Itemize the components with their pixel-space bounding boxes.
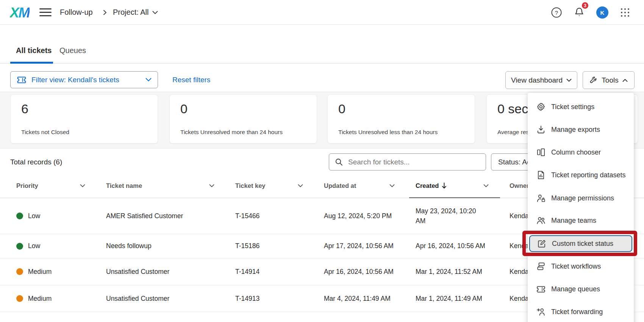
updated-at: Mar 4, 2024, 11:49 AM <box>324 295 391 303</box>
menu-item-label: Manage queues <box>551 285 600 293</box>
ticket-key: T-14914 <box>235 268 259 276</box>
chevron-down-icon[interactable] <box>298 184 303 188</box>
chevron-down-icon[interactable] <box>483 184 489 188</box>
ticket-name: Unsatisfied Customer <box>106 295 169 303</box>
ticket-name: Unsatisfied Customer <box>106 268 169 276</box>
breadcrumb-project-label: Project: All <box>113 8 148 17</box>
chevron-down-icon[interactable] <box>80 184 85 188</box>
menu-item-label: Ticket reporting datasets <box>551 171 625 179</box>
menu-item-ticket-forwarding[interactable]: Ticket forwarding <box>528 303 634 320</box>
priority-dot <box>16 268 23 275</box>
active-tab-underline <box>10 62 53 64</box>
priority-label: Medium <box>28 268 52 276</box>
chevron-down-icon <box>152 11 158 14</box>
column-label: Priority <box>16 182 38 189</box>
created-at: May 23, 2024, 10:20 AM <box>416 206 480 226</box>
priority-dot <box>16 213 23 219</box>
priority-dot <box>16 295 23 302</box>
column-label: Created <box>416 182 439 189</box>
menu-item-ticket-settings[interactable]: Ticket settings <box>528 98 634 115</box>
menu-item-manage-exports[interactable]: Manage exports <box>528 121 634 138</box>
priority-dot <box>16 243 23 250</box>
stat-value: 6 <box>21 102 147 116</box>
column-label: Ticket name <box>106 182 142 189</box>
tab-all-tickets[interactable]: All tickets <box>16 39 52 62</box>
svg-text:?: ? <box>555 9 558 16</box>
stat-card-unresolved-less-24h: 0 Tickets Unresolved less than 24 hours <box>327 94 475 144</box>
menu-item-label: Custom ticket status <box>552 240 613 248</box>
menu-item-column-chooser[interactable]: Column chooser <box>528 144 634 161</box>
ticket-name: AMER Satisfied Customer <box>106 212 183 220</box>
avatar[interactable]: K <box>596 6 608 19</box>
updated-at: Apr 16, 2024, 10:56 AM <box>324 268 394 276</box>
chevron-down-icon[interactable] <box>209 184 214 188</box>
column-header-updated-at: Updated at <box>324 174 416 198</box>
menu-item-label: Manage permissions <box>551 194 614 202</box>
stacked-cards-icon <box>536 261 546 271</box>
column-header-ticket-name: Ticket name <box>106 174 235 198</box>
stat-label: Tickets Unresolved more than 24 hours <box>180 129 283 136</box>
column-label: Ticket key <box>235 182 266 189</box>
menu-item-label: Ticket workflows <box>551 263 601 270</box>
stat-card-unresolved-more-24h: 0 Tickets Unresolved more than 24 hours <box>169 94 317 144</box>
tabs-divider <box>0 63 644 64</box>
person-lock-icon <box>536 193 546 203</box>
sort-descending-arrow-icon <box>442 183 447 189</box>
view-dashboard-button[interactable]: View dashboard <box>505 71 577 89</box>
menu-item-ticket-workflows[interactable]: Ticket workflows <box>528 258 634 275</box>
tools-label: Tools <box>602 76 618 84</box>
priority-label: Medium <box>28 295 52 303</box>
hamburger-menu-icon[interactable] <box>39 8 52 16</box>
stat-label: Tickets Unresolved less than 24 hours <box>338 129 438 136</box>
updated-at: Aug 12, 2024, 5:20 PM <box>324 212 392 220</box>
total-records-label: Total records (6) <box>10 153 62 170</box>
ticket-key: T-15186 <box>235 242 259 250</box>
column-label: Owner <box>510 182 529 189</box>
created-at: Apr 16, 2024, 10:56 AM <box>416 242 485 250</box>
xm-logo: XM <box>10 5 30 21</box>
person-arrow-icon <box>536 307 546 317</box>
menu-item-label: Manage teams <box>551 217 596 225</box>
tab-queues[interactable]: Queues <box>59 39 86 62</box>
ticket-name: Needs followup <box>106 242 152 250</box>
menu-item-custom-ticket-status[interactable]: Custom ticket status <box>529 235 632 252</box>
app-grid-icon[interactable] <box>619 6 631 19</box>
breadcrumb-project-dropdown[interactable]: Project: All <box>113 0 158 25</box>
stat-label: Tickets not Closed <box>21 129 69 136</box>
menu-item-ticket-reporting-datasets[interactable]: Ticket reporting datasets <box>528 167 634 183</box>
tools-dropdown-menu: Ticket settings Manage exports Column ch… <box>528 93 634 322</box>
menu-item-label: Column chooser <box>551 148 601 156</box>
created-at: Mar 1, 2024, 11:49 AM <box>416 295 482 303</box>
menu-item-label: Ticket settings <box>551 103 594 111</box>
chevron-down-icon <box>566 78 572 82</box>
stat-card-tickets-not-closed: 6 Tickets not Closed <box>10 94 158 144</box>
priority-label: Low <box>28 212 40 220</box>
column-label: Updated at <box>324 182 356 189</box>
chevron-down-icon <box>145 78 152 82</box>
ticket-icon <box>17 76 27 84</box>
chevron-down-icon[interactable] <box>389 184 395 188</box>
search-input[interactable] <box>348 158 480 166</box>
stat-value: 0 <box>180 102 306 116</box>
search-icon <box>335 158 344 167</box>
view-dashboard-label: View dashboard <box>511 76 563 84</box>
filter-view-label: Filter view: Kendall's tickets <box>31 76 145 84</box>
filter-view-dropdown[interactable]: Filter view: Kendall's tickets <box>10 71 158 88</box>
report-document-icon <box>536 170 546 180</box>
reset-filters-link[interactable]: Reset filters <box>172 71 210 88</box>
help-icon[interactable]: ? <box>550 6 563 19</box>
ticket-key: T-14913 <box>235 295 259 303</box>
top-bar: XM Follow-up Project: All ? 3 K <box>0 0 644 25</box>
download-icon <box>536 125 546 134</box>
tools-button[interactable]: Tools <box>583 71 635 89</box>
menu-item-manage-permissions[interactable]: Manage permissions <box>528 190 634 206</box>
breadcrumb-section[interactable]: Follow-up <box>60 0 93 25</box>
columns-icon <box>536 147 546 157</box>
column-header-ticket-key: Ticket key <box>235 174 324 198</box>
menu-item-manage-queues[interactable]: Manage queues <box>528 281 634 297</box>
menu-item-label: Manage exports <box>551 126 600 134</box>
gear-icon <box>536 102 546 112</box>
ticket-search-box <box>329 153 486 170</box>
menu-item-manage-teams[interactable]: Manage teams <box>528 212 634 229</box>
breadcrumb-separator-icon <box>103 0 107 25</box>
